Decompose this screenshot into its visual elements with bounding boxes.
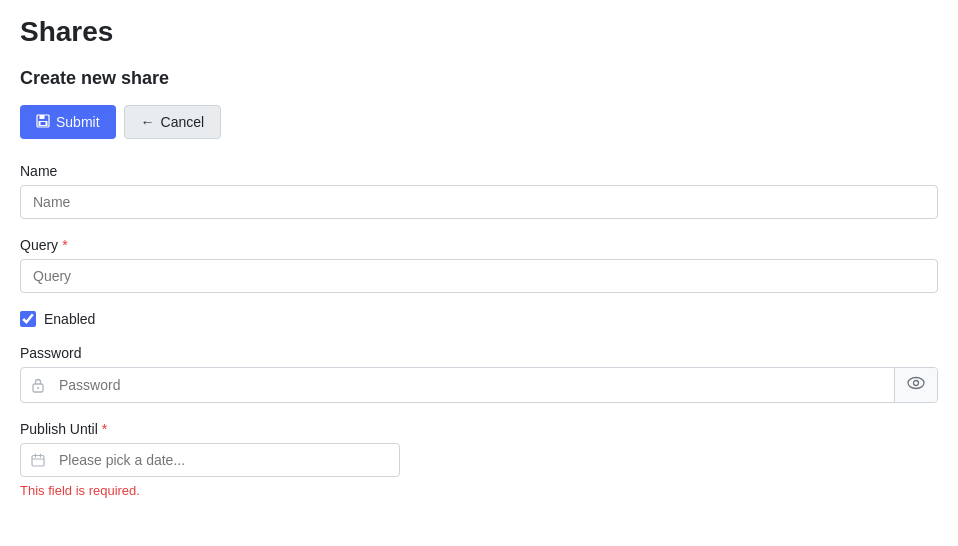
submit-label: Submit [56,114,100,130]
arrow-left-icon: ← [141,114,155,130]
name-field-group: Name [20,163,938,219]
enabled-checkbox-group: Enabled [20,311,938,327]
svg-point-6 [908,378,924,389]
publish-until-error: This field is required. [20,483,938,498]
query-required-marker: * [62,237,67,253]
password-label: Password [20,345,938,361]
publish-until-required-marker: * [102,421,107,437]
enabled-checkbox[interactable] [20,311,36,327]
password-input[interactable] [55,369,894,401]
publish-until-input[interactable] [55,444,399,476]
cancel-label: Cancel [161,114,205,130]
eye-icon [907,376,925,394]
cancel-button[interactable]: ← Cancel [124,105,222,139]
publish-until-field-group: Publish Until* This field is required. [20,421,938,498]
name-label: Name [20,163,938,179]
query-label: Query* [20,237,938,253]
calendar-icon [21,453,55,467]
query-field-group: Query* [20,237,938,293]
svg-rect-8 [32,456,44,467]
svg-point-5 [37,387,39,389]
svg-rect-1 [40,115,45,119]
button-row: Submit ← Cancel [20,105,938,139]
password-field-group: Password [20,345,938,403]
save-icon [36,114,50,131]
password-input-wrapper [20,367,938,403]
enabled-label[interactable]: Enabled [44,311,95,327]
section-title: Create new share [20,68,938,89]
name-input[interactable] [20,185,938,219]
svg-point-7 [914,381,919,386]
date-input-wrapper [20,443,400,477]
query-input[interactable] [20,259,938,293]
svg-rect-3 [41,122,46,125]
publish-until-label: Publish Until* [20,421,938,437]
password-toggle-button[interactable] [894,368,937,402]
page-title: Shares [20,16,938,48]
lock-icon [21,377,55,393]
submit-button[interactable]: Submit [20,105,116,139]
